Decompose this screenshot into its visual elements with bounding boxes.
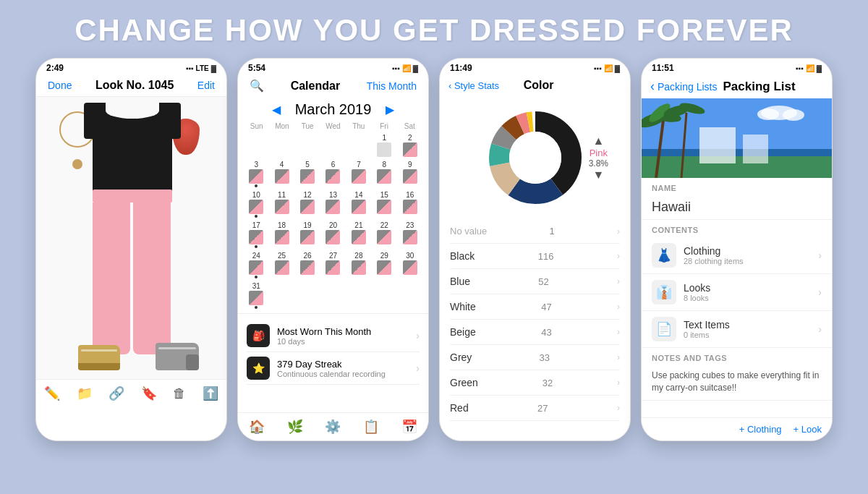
cal-day-22[interactable]: 22	[372, 220, 396, 250]
time-2: 5:54	[248, 63, 265, 73]
color-beige-row[interactable]: Beige 43 ›	[450, 320, 620, 345]
style-stats-back[interactable]: ‹ Style Stats	[448, 80, 499, 91]
battery-icon-4: ▓	[817, 64, 822, 72]
cal-day-12[interactable]: 12	[295, 189, 320, 219]
cal-day-29[interactable]: 29	[372, 250, 396, 280]
packing-back-btn[interactable]: ‹	[650, 79, 655, 94]
time-4: 11:51	[652, 63, 674, 73]
sandal-strap	[81, 349, 117, 352]
packing-looks-item[interactable]: 👔 Looks 8 looks ›	[642, 274, 832, 311]
done-button[interactable]: Done	[48, 80, 72, 91]
color-white-row[interactable]: White 47 ›	[450, 294, 620, 320]
no-value-row[interactable]: No value 1 ›	[450, 219, 620, 244]
tree-tab[interactable]: 🌿	[287, 419, 303, 435]
day-mon: Mon	[269, 122, 294, 130]
bookmark-icon[interactable]: 🔖	[141, 386, 157, 401]
calendar-tab[interactable]: 📅	[401, 419, 417, 435]
cal-day-5[interactable]: 5	[295, 159, 320, 189]
color-green-row[interactable]: Green 32 ›	[450, 370, 620, 396]
color-green-label: Green	[450, 377, 478, 388]
this-month-btn[interactable]: This Month	[367, 80, 417, 92]
prev-month-btn[interactable]: ◀	[272, 103, 281, 116]
cal-day-31[interactable]: 31	[244, 281, 268, 310]
cal-day-3[interactable]: 3	[244, 159, 268, 189]
cal-day-6[interactable]: 6	[320, 159, 345, 189]
settings-tab[interactable]: ⚙️	[325, 419, 341, 435]
edit-icon[interactable]: ✏️	[44, 386, 60, 401]
cal-day-empty2[interactable]	[269, 132, 294, 158]
calendar-toolbar: 🏠 🌿 ⚙️ 📋 📅	[238, 412, 428, 440]
folder-icon[interactable]: 📁	[77, 386, 93, 401]
cal-day-24[interactable]: 24	[244, 250, 268, 280]
cal-day-25[interactable]: 25	[269, 250, 294, 280]
cal-day-21[interactable]: 21	[346, 220, 371, 250]
cal-day-17[interactable]: 17	[244, 220, 268, 250]
cal-day-9[interactable]: 9	[398, 159, 422, 189]
packing-clothing-item[interactable]: 👗 Clothing 28 clothing items ›	[642, 237, 832, 274]
search-icon-cal[interactable]: 🔍	[250, 79, 264, 93]
notes-text: Use packing cubes to make everything fit…	[652, 370, 822, 394]
streak-title: 379 Day Streak	[277, 359, 386, 370]
highlight-color-name: Pink	[589, 148, 608, 158]
status-icons-2: ▪▪▪ 📶 ▓	[392, 64, 418, 72]
cal-day-15[interactable]: 15	[372, 189, 396, 219]
color-red-count: 27	[537, 403, 548, 414]
status-icons-1: ▪▪▪ LTE ▓	[186, 64, 216, 72]
packing-lists-link[interactable]: Packing Lists	[658, 81, 717, 93]
color-grey-row[interactable]: Grey 33 ›	[450, 345, 620, 370]
donut-chart-container: ▲ Pink 3.8% ▼	[440, 96, 630, 219]
chevron-looks: ›	[818, 286, 822, 298]
cal-day-4[interactable]: 4	[269, 159, 294, 189]
cal-day-23[interactable]: 23	[398, 220, 422, 250]
cal-day-19[interactable]: 19	[295, 220, 320, 250]
strap-right	[165, 103, 181, 139]
color-black-row[interactable]: Black 116 ›	[450, 244, 620, 269]
cal-day-empty3[interactable]	[295, 132, 320, 158]
cal-day-13[interactable]: 13	[320, 189, 345, 219]
pants-waist	[93, 189, 172, 203]
no-value-label: No value	[450, 226, 487, 237]
cal-day-11[interactable]: 11	[269, 189, 294, 219]
packing-text-items[interactable]: 📄 Text Items 0 items ›	[642, 311, 832, 348]
add-look-btn[interactable]: + Look	[793, 424, 822, 435]
cal-day-2[interactable]: 2	[398, 132, 422, 158]
share-icon[interactable]: 🔗	[109, 386, 124, 401]
color-red-row[interactable]: Red 27 ›	[450, 396, 620, 421]
upload-icon[interactable]: ⬆️	[203, 386, 218, 401]
neckline	[106, 103, 159, 119]
svg-rect-11	[642, 156, 832, 178]
color-list: No value 1 › Black 116 › Blue 52 › White…	[440, 219, 630, 421]
color-blue-row[interactable]: Blue 52 ›	[450, 269, 620, 294]
next-month-btn[interactable]: ▶	[386, 103, 394, 116]
cal-day-8[interactable]: 8	[372, 159, 396, 189]
most-worn-item[interactable]: 🎒 Most Worn This Month 10 days ›	[247, 320, 420, 352]
cal-day-18[interactable]: 18	[269, 220, 294, 250]
cal-day-7[interactable]: 7	[346, 159, 371, 189]
add-clothing-btn[interactable]: + Clothing	[739, 424, 782, 435]
cal-day-30[interactable]: 30	[398, 250, 422, 280]
cal-day-1[interactable]: 1	[372, 132, 396, 158]
svg-point-22	[757, 108, 779, 120]
cal-day-27[interactable]: 27	[320, 250, 345, 280]
arrow-up[interactable]: ▲	[589, 135, 608, 148]
calendar-title: Calendar	[264, 80, 367, 93]
edit-button[interactable]: Edit	[197, 80, 215, 91]
streak-item[interactable]: ⭐ 379 Day Streak Continuous calendar rec…	[247, 352, 420, 385]
cal-day-16[interactable]: 16	[398, 189, 422, 219]
cal-day-14[interactable]: 14	[346, 189, 371, 219]
cal-day-20[interactable]: 20	[320, 220, 345, 250]
cal-day-empty4[interactable]	[320, 132, 345, 158]
home-tab[interactable]: 🏠	[249, 419, 265, 435]
arrow-down[interactable]: ▼	[589, 169, 608, 182]
cal-days: 1 2 3 4 5 6 7 8 9 10 11 12 13 14 15 16 1…	[244, 132, 422, 310]
status-icons-3: ▪▪▪ 📶 ▓	[594, 64, 620, 72]
trash-icon[interactable]: 🗑	[173, 386, 186, 401]
cal-day-28[interactable]: 28	[346, 250, 371, 280]
cal-day-empty5[interactable]	[346, 132, 371, 158]
cal-day-26[interactable]: 26	[295, 250, 320, 280]
cal-day-empty[interactable]	[244, 132, 268, 158]
look-toolbar: ✏️ 📁 🔗 🔖 🗑 ⬆️	[36, 379, 226, 407]
cal-day-10[interactable]: 10	[244, 189, 268, 219]
list-tab[interactable]: 📋	[363, 419, 379, 435]
looks-text: Looks 8 looks	[684, 282, 811, 302]
